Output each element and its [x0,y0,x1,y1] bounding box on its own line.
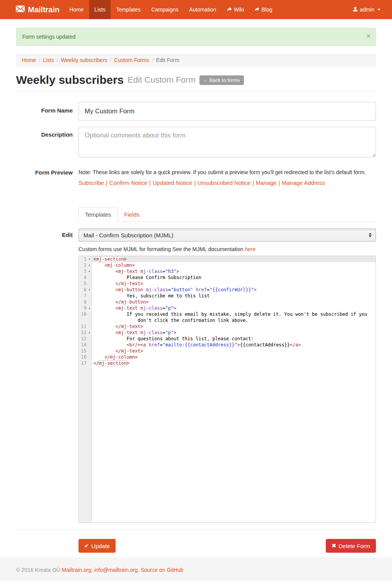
code-line[interactable]: 5</mj-text> [79,281,376,287]
line-gutter: 11 [79,323,92,330]
edit-label: Edit [16,229,73,242]
pipe-separator: | [104,180,109,186]
nav-menu: Home Lists Templates Campaigns Automatio… [64,0,278,19]
nav-item-templates: Templates [111,0,146,19]
breadcrumb-current: Edit Form [156,57,180,63]
code-line[interactable]: 16</mj-column> [79,354,376,360]
code-editor[interactable]: 1▾<mj-section>2▾<mj-column>3▾<mj-text mj… [78,256,376,523]
fold-icon[interactable]: ▾ [87,256,91,262]
code-text[interactable]: <mj-text mj-class="h3"> [92,268,376,274]
preview-link-manage[interactable]: Manage [256,180,276,186]
code-line[interactable]: 11</mj-text> [79,323,376,330]
footer-link-mailtrain[interactable]: Mailtrain.org [62,567,91,573]
line-gutter: 13 [79,336,92,342]
code-text[interactable]: <mj-section> [92,256,376,262]
preview-link-updated-notice[interactable]: Updated Notice [153,180,192,186]
line-number: 13 [79,336,87,342]
code-line[interactable]: 12▾<mj-text mj-class="p"> [79,330,376,336]
fold-icon[interactable]: ▾ [87,287,91,293]
editor-empty-area[interactable] [79,366,376,522]
code-line[interactable]: 6▾<mj-button mj-class="button" href="{{c… [79,287,376,293]
mjml-docs-link[interactable]: here [245,246,256,252]
line-gutter: 12▾ [79,330,92,336]
line-gutter: 6▾ [79,287,92,293]
code-line[interactable]: 2▾<mj-column> [79,262,376,268]
line-number: 9 [79,305,87,311]
share-icon [227,7,232,13]
user-menu[interactable]: admin [353,7,381,13]
page-title: Weekly subscribers [16,73,124,87]
line-gutter: 2▾ [79,262,92,268]
fold-icon[interactable]: ▾ [87,268,91,274]
line-gutter: 17 [79,360,92,366]
user-icon [353,7,358,13]
code-line[interactable]: 13For questions about this list, please … [79,336,376,342]
code-text[interactable]: <br/><a href="mailto:{{contactAddress}}"… [92,342,376,348]
caret-down-icon [377,9,381,10]
code-line[interactable]: 15</mj-text> [79,348,376,354]
breadcrumb-lists[interactable]: Lists [43,57,54,63]
fold-icon[interactable]: ▾ [87,262,91,268]
code-line[interactable]: 14<br/><a href="mailto:{{contactAddress}… [79,342,376,348]
line-number: 11 [79,323,87,330]
code-text[interactable]: </mj-text> [92,323,376,330]
code-text[interactable]: <mj-text mj-class="p"> [92,330,376,336]
brand-link[interactable]: Mailtrain [16,0,59,19]
update-button[interactable]: ✔Update [78,539,116,553]
fold-icon[interactable]: ▾ [87,305,91,311]
line-gutter: 10 [79,311,92,323]
template-select[interactable]: Mail - Confirm Subscription (MJML) [78,229,376,242]
breadcrumb: Home/Lists/Weekly subscribers/Custom For… [16,54,376,67]
code-line[interactable]: 8</mj-button> [79,299,376,305]
delete-form-button[interactable]: ✖Delete Form [326,539,376,553]
line-gutter: 14 [79,342,92,348]
cross-icon: ✖ [332,542,336,549]
code-line[interactable]: 7Yes, subscribe me to this list [79,293,376,299]
code-text[interactable]: If you received this email by mistake, s… [92,311,376,323]
description-textarea[interactable] [78,127,376,157]
code-text[interactable]: <mj-column> [92,262,376,268]
code-line[interactable]: 9▾<mj-text mj-class="p"> [79,305,376,311]
code-text[interactable]: For questions about this list, please co… [92,336,376,342]
back-to-forms-button[interactable]: ← Back to forms [199,75,244,85]
tab-fields[interactable]: Fields [118,207,146,222]
line-number: 7 [79,293,87,299]
code-text[interactable]: </mj-column> [92,354,376,360]
line-number: 14 [79,342,87,348]
code-line[interactable]: 17</mj-section> [79,360,376,366]
close-icon[interactable]: × [366,32,371,39]
breadcrumb-home[interactable]: Home [22,57,36,63]
footer-link-github[interactable]: Source on GitHub [141,567,183,573]
fold-icon[interactable]: ▾ [87,330,91,336]
code-text[interactable]: </mj-text> [92,281,376,287]
breadcrumb-custom-forms[interactable]: Custom Forms [114,57,149,63]
alert-message: Form settings updated [22,34,75,40]
code-text[interactable]: </mj-button> [92,299,376,305]
preview-link-unsubscribed-notice[interactable]: Unsubscribed Notice [198,180,250,186]
code-line[interactable]: 10If you received this email by mistake,… [79,311,376,323]
preview-link-confirm-notice[interactable]: Confirm Notice [109,180,147,186]
code-text[interactable]: Yes, subscribe me to this list [92,293,376,299]
line-number: 10 [79,311,87,317]
code-text[interactable]: <mj-text mj-class="p"> [92,305,376,311]
tab-templates[interactable]: Templates [78,207,118,222]
preview-link-manage-address[interactable]: Manage Address [282,180,325,186]
page-subtitle: Edit Custom Form [127,75,195,85]
form-name-label: Form Name [16,102,73,121]
code-text[interactable]: Please Confirm Subscription [92,274,376,281]
code-line[interactable]: 3▾<mj-text mj-class="h3"> [79,268,376,274]
code-text[interactable]: </mj-text> [92,348,376,354]
breadcrumb-list-name[interactable]: Weekly subscribers [61,57,107,63]
line-gutter: 15 [79,348,92,354]
footer-link-email[interactable]: info@mailtrain.org [94,567,138,573]
code-line[interactable]: 1▾<mj-section> [79,256,376,262]
envelope-logo-icon [16,5,25,14]
form-name-input[interactable] [78,102,376,121]
code-line[interactable]: 4Please Confirm Subscription [79,274,376,281]
preview-note: Note: These links are solely for a quick… [78,169,376,175]
line-gutter: 3▾ [79,268,92,274]
code-text[interactable]: </mj-section> [92,360,376,366]
preview-link-subscribe[interactable]: Subscribe [78,180,104,186]
nav-item-lists: Lists [89,0,111,19]
code-text[interactable]: <mj-button mj-class="button" href="{{con… [92,287,376,293]
